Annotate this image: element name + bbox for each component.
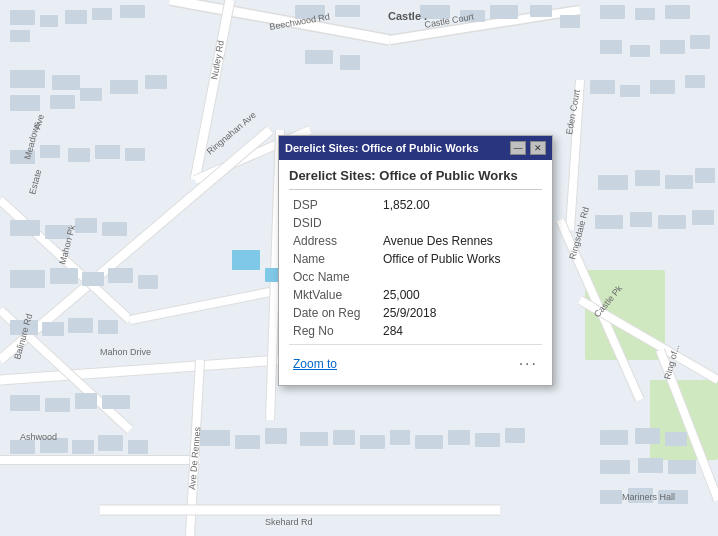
svg-rect-75 xyxy=(68,148,90,162)
svg-rect-57 xyxy=(630,45,650,57)
popup-field-row: AddressAvenue Des Rennes xyxy=(289,232,542,250)
popup-titlebar: Derelict Sites: Office of Public Works —… xyxy=(279,136,552,160)
svg-rect-108 xyxy=(448,430,470,445)
svg-rect-112 xyxy=(635,428,660,444)
svg-rect-69 xyxy=(110,80,138,94)
popup-field-row: Date on Reg25/9/2018 xyxy=(289,304,542,322)
svg-rect-97 xyxy=(72,440,94,454)
svg-rect-124 xyxy=(595,215,623,229)
svg-line-19 xyxy=(0,360,280,380)
svg-rect-60 xyxy=(590,80,615,94)
popup-field-label: DSID xyxy=(289,214,379,232)
svg-rect-99 xyxy=(128,440,148,454)
svg-rect-50 xyxy=(490,5,518,19)
svg-rect-122 xyxy=(665,175,693,189)
svg-rect-92 xyxy=(45,398,70,412)
svg-rect-64 xyxy=(10,70,45,88)
svg-rect-94 xyxy=(102,395,130,409)
popup-field-value: 284 xyxy=(379,322,542,340)
svg-rect-46 xyxy=(340,55,360,70)
popup-field-value: 1,852.00 xyxy=(379,196,542,214)
popup-field-label: Date on Reg xyxy=(289,304,379,322)
svg-rect-95 xyxy=(10,440,35,454)
svg-rect-113 xyxy=(665,432,687,446)
svg-line-13 xyxy=(0,130,270,360)
svg-rect-54 xyxy=(635,8,655,20)
more-options-button[interactable]: ··· xyxy=(519,355,538,373)
svg-line-17 xyxy=(130,290,280,320)
svg-rect-66 xyxy=(10,95,40,111)
svg-rect-90 xyxy=(98,320,118,334)
popup-field-label: Reg No xyxy=(289,322,379,340)
svg-rect-65 xyxy=(52,75,80,90)
svg-text:Ashwood: Ashwood xyxy=(20,432,57,442)
popup-header: Derelict Sites: Office of Public Works xyxy=(289,168,542,190)
svg-rect-45 xyxy=(335,5,360,17)
popup-field-row: NameOffice of Public Works xyxy=(289,250,542,268)
popup-content: Derelict Sites: Office of Public Works D… xyxy=(279,160,552,385)
svg-rect-98 xyxy=(98,435,123,451)
popup-window: Derelict Sites: Office of Public Works —… xyxy=(278,135,553,386)
svg-text:Castle .: Castle . xyxy=(388,10,427,22)
popup-field-row: Occ Name xyxy=(289,268,542,286)
popup-field-value xyxy=(379,268,542,286)
svg-text:Ave De Rennes: Ave De Rennes xyxy=(187,426,202,490)
svg-rect-74 xyxy=(40,145,60,158)
svg-rect-107 xyxy=(415,435,443,449)
svg-text:Ave: Ave xyxy=(32,113,46,130)
popup-field-row: MktValue25,000 xyxy=(289,286,542,304)
svg-rect-121 xyxy=(635,170,660,186)
popup-field-value: Office of Public Works xyxy=(379,250,542,268)
popup-titlebar-controls: — ✕ xyxy=(510,141,546,155)
svg-rect-63 xyxy=(685,75,705,88)
svg-rect-111 xyxy=(600,430,628,445)
zoom-to-button[interactable]: Zoom to xyxy=(293,357,337,371)
svg-rect-103 xyxy=(300,432,328,446)
svg-rect-59 xyxy=(690,35,710,49)
svg-rect-53 xyxy=(600,5,625,19)
svg-rect-93 xyxy=(75,393,97,409)
svg-rect-115 xyxy=(638,458,663,473)
svg-rect-100 xyxy=(200,430,230,446)
svg-rect-86 xyxy=(138,275,158,289)
svg-rect-117 xyxy=(600,490,622,504)
popup-footer: Zoom to ··· xyxy=(289,349,542,375)
svg-rect-125 xyxy=(630,212,652,227)
svg-rect-104 xyxy=(333,430,355,445)
svg-rect-105 xyxy=(360,435,385,449)
svg-rect-68 xyxy=(80,88,102,101)
svg-rect-38 xyxy=(10,10,35,25)
svg-rect-56 xyxy=(600,40,622,54)
svg-rect-47 xyxy=(305,50,333,64)
svg-rect-61 xyxy=(620,85,640,97)
svg-rect-81 xyxy=(102,222,127,236)
minimize-button[interactable]: — xyxy=(510,141,526,155)
svg-rect-70 xyxy=(145,75,167,89)
svg-rect-109 xyxy=(475,433,500,447)
popup-field-row: Reg No284 xyxy=(289,322,542,340)
svg-rect-42 xyxy=(92,8,112,20)
svg-rect-126 xyxy=(658,215,686,229)
popup-field-value: 25/9/2018 xyxy=(379,304,542,322)
svg-rect-83 xyxy=(50,268,78,284)
svg-text:Estate: Estate xyxy=(27,168,43,195)
svg-rect-52 xyxy=(560,15,580,28)
svg-text:Mariners Hall: Mariners Hall xyxy=(622,492,675,502)
svg-text:Skehard Rd: Skehard Rd xyxy=(265,517,313,527)
svg-rect-114 xyxy=(600,460,630,474)
svg-rect-39 xyxy=(10,30,30,42)
svg-rect-101 xyxy=(235,435,260,449)
popup-field-value xyxy=(379,214,542,232)
popup-titlebar-title: Derelict Sites: Office of Public Works xyxy=(285,142,510,154)
popup-fields-table: DSP1,852.00DSIDAddressAvenue Des RennesN… xyxy=(289,196,542,340)
popup-field-value: Avenue Des Rennes xyxy=(379,232,542,250)
svg-rect-88 xyxy=(42,322,64,336)
popup-field-label: DSP xyxy=(289,196,379,214)
svg-rect-41 xyxy=(65,10,87,24)
popup-field-label: Address xyxy=(289,232,379,250)
svg-rect-91 xyxy=(10,395,40,411)
svg-rect-127 xyxy=(692,210,714,225)
popup-field-label: MktValue xyxy=(289,286,379,304)
close-button[interactable]: ✕ xyxy=(530,141,546,155)
svg-rect-43 xyxy=(120,5,145,18)
